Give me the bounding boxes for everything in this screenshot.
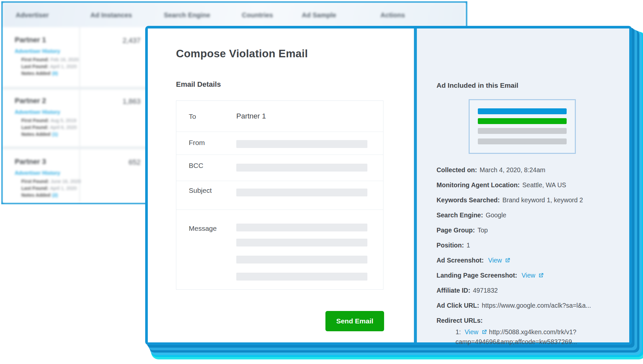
- detail-ad-screenshot: Ad Screenshot: View: [437, 256, 618, 264]
- compose-email-modal: Compose Violation Email Email Details To…: [145, 26, 632, 345]
- form-row-divider: [176, 155, 383, 155]
- ad-headline-bar: [478, 108, 567, 114]
- last-found-label: Last Found:: [21, 125, 49, 130]
- column-header-search-engine[interactable]: Search Engine: [164, 11, 210, 19]
- column-header-actions[interactable]: Actions: [380, 11, 405, 19]
- detail-label: Page Group:: [437, 227, 475, 234]
- from-label: From: [189, 139, 205, 147]
- column-header-ad-sample[interactable]: Ad Sample: [302, 11, 336, 19]
- notes-label: Notes Added: [21, 192, 50, 198]
- detail-label: Ad Click URL:: [437, 302, 479, 309]
- ad-panel-title: Ad Included in this Email: [437, 82, 518, 89]
- detail-keywords: Keywords Searched:Brand keyword 1, keywo…: [437, 196, 618, 204]
- last-found-label: Last Found:: [21, 64, 49, 69]
- external-link-icon: [504, 257, 511, 264]
- detail-ad-click-url: Ad Click URL:https://www.google.com/aclk…: [437, 301, 618, 310]
- advertiser-name: Partner 1: [15, 36, 77, 44]
- email-form: To Partner 1 From BCC Subject Message: [176, 100, 383, 290]
- table-row: Partner 3 Advertiser History First Found…: [15, 157, 77, 199]
- detail-affiliate-id: Affiliate ID:4971832: [437, 286, 618, 295]
- advertiser-history-link[interactable]: Advertiser History: [15, 170, 60, 176]
- from-field[interactable]: [236, 140, 367, 148]
- redirect-url-line2: camp=494696&amp;affcode=kw5837269...: [456, 338, 577, 345]
- column-header-advertiser[interactable]: Advertiser: [16, 11, 49, 19]
- panel-divider: [414, 28, 417, 342]
- last-found-value: April 1, 2020: [50, 64, 77, 69]
- detail-label: Collected on:: [437, 166, 477, 173]
- first-found-label: First Found:: [21, 179, 49, 184]
- ad-text-bar: [478, 128, 567, 134]
- ad-url-bar: [478, 118, 567, 124]
- notes-label: Notes Added: [21, 71, 50, 76]
- detail-position: Position:1: [437, 241, 618, 249]
- to-field[interactable]: Partner 1: [236, 112, 266, 120]
- notes-label: Notes Added: [21, 132, 50, 137]
- last-found-line: Last Found:April 6, 2020: [15, 125, 77, 130]
- ad-text-bar: [478, 138, 567, 144]
- detail-label: Monitoring Agent Location:: [437, 181, 520, 189]
- detail-value: 1: [466, 242, 470, 249]
- detail-search-engine: Search Engine:Google: [437, 211, 618, 219]
- first-found-value: Aug 5, 2019: [51, 118, 76, 123]
- detail-agent-location: Monitoring Agent Location:Seattle, WA US: [437, 181, 618, 189]
- advertiser-history-link[interactable]: Advertiser History: [15, 109, 60, 115]
- landing-screenshot-view-link[interactable]: View: [521, 272, 535, 279]
- last-found-label: Last Found:: [21, 186, 49, 191]
- detail-collected-on: Collected on:March 4, 2020, 8:24am: [437, 166, 618, 174]
- form-row-divider: [176, 132, 383, 132]
- first-found-line: First Found:June 16, 2020: [15, 179, 77, 184]
- to-label: To: [189, 113, 196, 120]
- external-link-icon: [481, 329, 487, 335]
- table-row: Partner 1 Advertiser History First Found…: [15, 36, 77, 78]
- notes-line: Notes Added(1): [15, 132, 77, 137]
- external-link-icon: [538, 272, 544, 279]
- last-found-value: April 6, 2020: [50, 125, 77, 130]
- email-compose-section: Compose Violation Email Email Details To…: [148, 28, 414, 342]
- last-found-value: April 1, 2020: [50, 186, 77, 191]
- detail-label: Affiliate ID:: [437, 287, 470, 294]
- detail-redirect-urls: Redirect URLs: 1: View http://5088.xg4ke…: [437, 317, 618, 347]
- redirect-url-line1: http://5088.xg4ken.com/trk/v1?: [489, 328, 576, 336]
- advertiser-name: Partner 3: [15, 157, 77, 166]
- detail-value: Top: [477, 227, 488, 234]
- detail-page-group: Page Group:Top: [437, 226, 618, 234]
- subject-field[interactable]: [236, 189, 367, 196]
- column-header-ad-instances[interactable]: Ad Instances: [90, 11, 132, 19]
- ad-panel: Ad Included in this Email Collected on:M…: [417, 28, 629, 342]
- ad-details-list: Collected on:March 4, 2020, 8:24am Monit…: [437, 166, 618, 354]
- first-found-value: June 16, 2020: [51, 179, 81, 184]
- message-field-line[interactable]: [236, 273, 367, 281]
- message-field-line[interactable]: [236, 256, 367, 264]
- notes-line: Notes Added(2): [15, 192, 77, 198]
- detail-value: Brand keyword 1, keyword 2: [502, 196, 583, 204]
- column-header-countries[interactable]: Countries: [242, 11, 273, 19]
- advertiser-history-link[interactable]: Advertiser History: [15, 48, 60, 54]
- page: Advertiser Ad Instances Search Engine Co…: [0, 0, 643, 364]
- send-email-button[interactable]: Send Email: [325, 311, 384, 331]
- first-found-value: Feb 16, 2020: [51, 57, 79, 62]
- notes-line: Notes Added(0): [15, 71, 77, 76]
- bcc-field[interactable]: [236, 164, 367, 172]
- detail-landing-screenshot: Landing Page Screenshot: View: [437, 271, 618, 280]
- message-field[interactable]: [236, 224, 367, 231]
- bcc-label: BCC: [189, 162, 203, 170]
- table-header-row: Advertiser Ad Instances Search Engine Co…: [3, 3, 466, 27]
- notes-count-link[interactable]: (0): [52, 71, 58, 76]
- redirect-view-link[interactable]: View: [465, 328, 478, 336]
- detail-value: 4971832: [473, 287, 498, 294]
- notes-count-link[interactable]: (2): [52, 192, 58, 198]
- ad-screenshot-view-link[interactable]: View: [488, 257, 502, 264]
- last-found-line: Last Found:April 1, 2020: [15, 64, 77, 69]
- first-found-label: First Found:: [21, 57, 49, 62]
- notes-count-link[interactable]: (1): [52, 132, 58, 137]
- first-found-label: First Found:: [21, 118, 49, 123]
- message-field-line[interactable]: [236, 239, 367, 246]
- table-row: Partner 2 Advertiser History First Found…: [15, 97, 77, 138]
- advertiser-name: Partner 2: [15, 97, 77, 105]
- form-row-divider: [176, 181, 383, 181]
- ad-instances-value: 2,437: [82, 36, 141, 45]
- form-row-divider: [176, 209, 383, 210]
- first-found-line: First Found:Aug 5, 2019: [15, 118, 77, 123]
- ad-instances-value: 652: [82, 158, 141, 167]
- column-divider: [79, 27, 80, 203]
